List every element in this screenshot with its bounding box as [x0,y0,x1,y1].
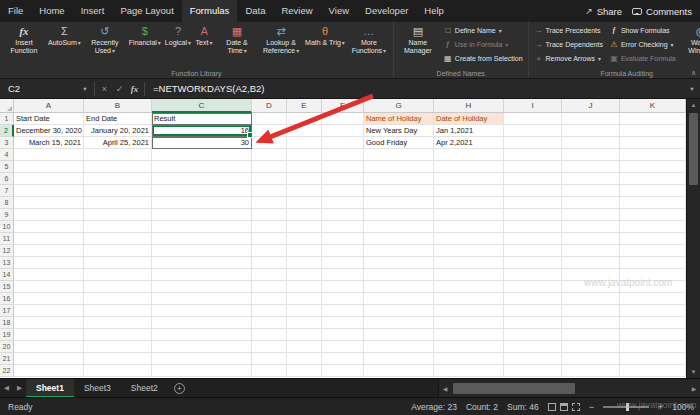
cell-A7[interactable] [14,185,84,197]
watch-window-button[interactable]: ◎ Watch Window [679,23,700,66]
sheet-nav-left-icon[interactable]: ◀ [0,384,13,392]
cell-F4[interactable] [322,149,364,161]
cell-H17[interactable] [434,305,504,317]
cell-B20[interactable] [84,341,152,353]
cell-F17[interactable] [322,305,364,317]
row-header-5[interactable]: 5 [0,161,14,173]
cell-C5[interactable] [152,161,252,173]
formula-bar-expand-icon[interactable]: ▾ [684,85,700,93]
cell-G12[interactable] [364,245,434,257]
cell-J7[interactable] [562,185,620,197]
column-header-G[interactable]: G [364,99,434,113]
cell-G22[interactable] [364,365,434,377]
cell-K5[interactable] [620,161,686,173]
cell-B7[interactable] [84,185,152,197]
cell-I6[interactable] [504,173,562,185]
menu-tab-formulas[interactable]: Formulas [182,0,238,22]
cell-A20[interactable] [14,341,84,353]
cell-H22[interactable] [434,365,504,377]
cell-B19[interactable] [84,329,152,341]
cell-F8[interactable] [322,197,364,209]
column-header-B[interactable]: B [84,99,152,113]
cell-I11[interactable] [504,233,562,245]
cell-I4[interactable] [504,149,562,161]
cell-K9[interactable] [620,209,686,221]
cell-H10[interactable] [434,221,504,233]
sheet-tab-sheet1[interactable]: Sheet1 [26,379,74,398]
cell-F5[interactable] [322,161,364,173]
date-time-button[interactable]: ▦ Date & Time▾ [215,23,259,66]
more-functions-button[interactable]: … More Functions▾ [347,23,391,66]
cell-B5[interactable] [84,161,152,173]
cell-H13[interactable] [434,257,504,269]
cell-J13[interactable] [562,257,620,269]
cell-I1[interactable] [504,113,562,125]
cell-C16[interactable] [152,293,252,305]
cell-D18[interactable] [252,317,287,329]
cell-K1[interactable] [620,113,686,125]
menu-tab-developer[interactable]: Developer [357,0,416,22]
cell-D2[interactable] [252,125,287,137]
row-header-13[interactable]: 13 [0,257,14,269]
menu-tab-data[interactable]: Data [237,0,273,22]
new-sheet-button[interactable]: + [174,383,185,394]
insert-function-fx-button[interactable]: fx [127,84,142,94]
cell-J21[interactable] [562,353,620,365]
cell-D13[interactable] [252,257,287,269]
cell-H12[interactable] [434,245,504,257]
name-manager-button[interactable]: ▤ Name Manager [396,23,440,66]
cell-I17[interactable] [504,305,562,317]
cell-K21[interactable] [620,353,686,365]
horizontal-scrollbar-thumb[interactable] [453,383,575,394]
cell-B3[interactable]: April 25, 2021 [84,137,152,149]
cell-C22[interactable] [152,365,252,377]
cell-A4[interactable] [14,149,84,161]
cell-K12[interactable] [620,245,686,257]
cell-F6[interactable] [322,173,364,185]
cell-D16[interactable] [252,293,287,305]
menu-tab-page-layout[interactable]: Page Layout [112,0,181,22]
cell-E16[interactable] [287,293,322,305]
cell-H15[interactable] [434,281,504,293]
cell-E1[interactable] [287,113,322,125]
cell-E7[interactable] [287,185,322,197]
cell-D22[interactable] [252,365,287,377]
row-header-1[interactable]: 1 [0,113,14,125]
cell-J10[interactable] [562,221,620,233]
column-header-D[interactable]: D [252,99,287,113]
column-header-K[interactable]: K [620,99,686,113]
name-box-dropdown-icon[interactable]: ▾ [78,85,92,93]
cell-C10[interactable] [152,221,252,233]
cell-A15[interactable] [14,281,84,293]
cell-C13[interactable] [152,257,252,269]
use-in-formula-button[interactable]: ƒ Use in Formula ▾ [440,37,526,51]
cell-J8[interactable] [562,197,620,209]
cell-K11[interactable] [620,233,686,245]
cell-E11[interactable] [287,233,322,245]
cell-D1[interactable] [252,113,287,125]
cell-C20[interactable] [152,341,252,353]
cell-H3[interactable]: Apr 2,2021 [434,137,504,149]
cell-F7[interactable] [322,185,364,197]
cell-G2[interactable]: New Years Day [364,125,434,137]
cell-J16[interactable] [562,293,620,305]
create-from-selection-button[interactable]: ▦ Create from Selection [440,51,526,65]
cell-J6[interactable] [562,173,620,185]
cell-D14[interactable] [252,269,287,281]
cell-G17[interactable] [364,305,434,317]
row-header-17[interactable]: 17 [0,305,14,317]
cell-J20[interactable] [562,341,620,353]
cell-F20[interactable] [322,341,364,353]
cell-E12[interactable] [287,245,322,257]
page-layout-view-button[interactable] [560,403,568,411]
cell-G18[interactable] [364,317,434,329]
cell-I2[interactable] [504,125,562,137]
cell-B12[interactable] [84,245,152,257]
row-header-22[interactable]: 22 [0,365,14,377]
cell-H9[interactable] [434,209,504,221]
cell-I10[interactable] [504,221,562,233]
row-header-8[interactable]: 8 [0,197,14,209]
cell-C12[interactable] [152,245,252,257]
cell-G19[interactable] [364,329,434,341]
cell-E10[interactable] [287,221,322,233]
